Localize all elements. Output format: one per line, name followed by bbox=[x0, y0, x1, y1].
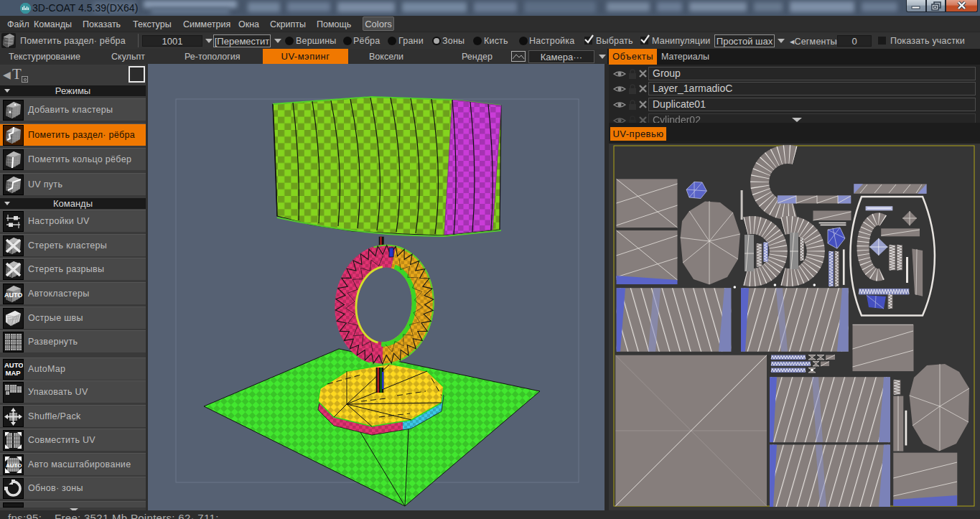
svg-text:AUTO: AUTO bbox=[6, 462, 22, 469]
svg-text:AUTO: AUTO bbox=[4, 361, 23, 369]
svg-text:MAP: MAP bbox=[6, 369, 22, 377]
svg-text:AUTO: AUTO bbox=[4, 291, 22, 299]
